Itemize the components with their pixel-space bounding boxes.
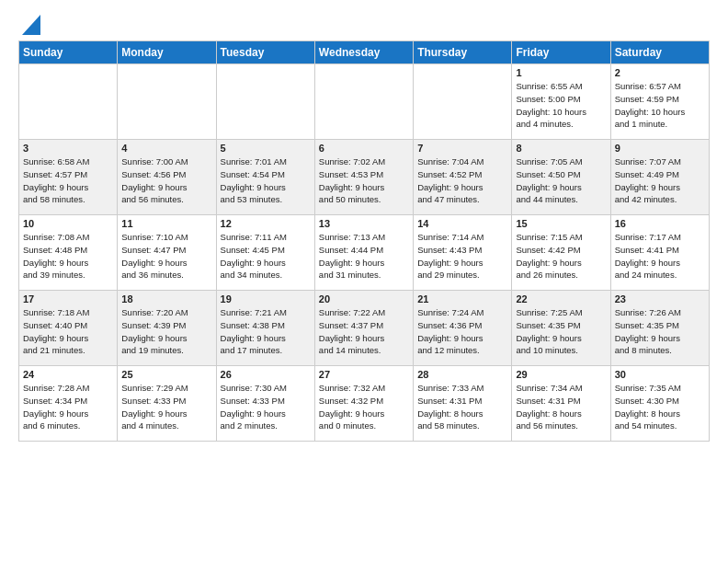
calendar-cell: 7Sunrise: 7:04 AM Sunset: 4:52 PM Daylig… xyxy=(414,140,512,215)
calendar-cell: 28Sunrise: 7:33 AM Sunset: 4:31 PM Dayli… xyxy=(414,366,512,442)
day-number: 27 xyxy=(319,369,409,380)
calendar-cell: 14Sunrise: 7:14 AM Sunset: 4:43 PM Dayli… xyxy=(414,215,512,291)
weekday-header-monday: Monday xyxy=(118,41,216,64)
day-number: 21 xyxy=(417,293,507,304)
calendar-cell xyxy=(19,64,118,140)
calendar-cell: 26Sunrise: 7:30 AM Sunset: 4:33 PM Dayli… xyxy=(216,366,314,442)
day-number: 10 xyxy=(23,218,113,229)
calendar-cell: 18Sunrise: 7:20 AM Sunset: 4:39 PM Dayli… xyxy=(118,291,216,366)
day-number: 24 xyxy=(23,369,113,380)
week-row-2: 3Sunrise: 6:58 AM Sunset: 4:57 PM Daylig… xyxy=(19,140,710,215)
calendar-cell: 19Sunrise: 7:21 AM Sunset: 4:38 PM Dayli… xyxy=(216,291,314,366)
day-info: Sunrise: 7:35 AM Sunset: 4:30 PM Dayligh… xyxy=(615,382,705,432)
day-info: Sunrise: 7:10 AM Sunset: 4:47 PM Dayligh… xyxy=(121,231,211,282)
day-info: Sunrise: 7:07 AM Sunset: 4:49 PM Dayligh… xyxy=(615,155,705,206)
day-number: 22 xyxy=(516,293,606,304)
day-number: 2 xyxy=(615,67,705,78)
header xyxy=(18,15,710,33)
day-info: Sunrise: 6:58 AM Sunset: 4:57 PM Dayligh… xyxy=(23,155,113,206)
calendar-cell: 30Sunrise: 7:35 AM Sunset: 4:30 PM Dayli… xyxy=(610,366,709,442)
day-info: Sunrise: 7:30 AM Sunset: 4:33 PM Dayligh… xyxy=(221,382,311,432)
day-number: 1 xyxy=(516,67,606,78)
day-number: 28 xyxy=(417,369,507,380)
day-number: 17 xyxy=(23,293,113,304)
week-row-4: 17Sunrise: 7:18 AM Sunset: 4:40 PM Dayli… xyxy=(19,291,710,366)
day-info: Sunrise: 7:00 AM Sunset: 4:56 PM Dayligh… xyxy=(121,155,211,206)
day-info: Sunrise: 7:18 AM Sunset: 4:40 PM Dayligh… xyxy=(23,306,113,357)
day-number: 9 xyxy=(615,143,705,154)
calendar-cell: 12Sunrise: 7:11 AM Sunset: 4:45 PM Dayli… xyxy=(216,215,314,291)
day-info: Sunrise: 7:29 AM Sunset: 4:33 PM Dayligh… xyxy=(121,382,211,432)
day-number: 14 xyxy=(417,218,507,229)
calendar-cell: 1Sunrise: 6:55 AM Sunset: 5:00 PM Daylig… xyxy=(512,64,610,140)
week-row-5: 24Sunrise: 7:28 AM Sunset: 4:34 PM Dayli… xyxy=(19,366,710,442)
calendar-cell xyxy=(314,64,413,140)
day-info: Sunrise: 7:26 AM Sunset: 4:35 PM Dayligh… xyxy=(615,306,705,357)
calendar-cell: 6Sunrise: 7:02 AM Sunset: 4:53 PM Daylig… xyxy=(314,140,413,215)
day-info: Sunrise: 7:32 AM Sunset: 4:32 PM Dayligh… xyxy=(319,382,409,432)
day-number: 11 xyxy=(121,218,211,229)
calendar-cell: 29Sunrise: 7:34 AM Sunset: 4:31 PM Dayli… xyxy=(512,366,610,442)
day-info: Sunrise: 7:11 AM Sunset: 4:45 PM Dayligh… xyxy=(221,231,311,282)
calendar-cell: 15Sunrise: 7:15 AM Sunset: 4:42 PM Dayli… xyxy=(512,215,610,291)
day-number: 5 xyxy=(221,143,311,154)
day-number: 4 xyxy=(121,143,211,154)
day-number: 16 xyxy=(615,218,705,229)
day-info: Sunrise: 7:34 AM Sunset: 4:31 PM Dayligh… xyxy=(516,382,606,432)
day-number: 25 xyxy=(121,369,211,380)
day-info: Sunrise: 7:13 AM Sunset: 4:44 PM Dayligh… xyxy=(319,231,409,282)
day-info: Sunrise: 7:15 AM Sunset: 4:42 PM Dayligh… xyxy=(516,231,606,282)
day-info: Sunrise: 7:20 AM Sunset: 4:39 PM Dayligh… xyxy=(121,306,211,357)
week-row-1: 1Sunrise: 6:55 AM Sunset: 5:00 PM Daylig… xyxy=(19,64,710,140)
day-info: Sunrise: 7:24 AM Sunset: 4:36 PM Dayligh… xyxy=(417,306,507,357)
day-number: 29 xyxy=(516,369,606,380)
calendar-cell: 17Sunrise: 7:18 AM Sunset: 4:40 PM Dayli… xyxy=(19,291,118,366)
day-info: Sunrise: 7:01 AM Sunset: 4:54 PM Dayligh… xyxy=(221,155,311,206)
weekday-header-sunday: Sunday xyxy=(19,41,118,64)
day-info: Sunrise: 7:25 AM Sunset: 4:35 PM Dayligh… xyxy=(516,306,606,357)
calendar-cell: 3Sunrise: 6:58 AM Sunset: 4:57 PM Daylig… xyxy=(19,140,118,215)
day-info: Sunrise: 7:22 AM Sunset: 4:37 PM Dayligh… xyxy=(319,306,409,357)
calendar-cell: 23Sunrise: 7:26 AM Sunset: 4:35 PM Dayli… xyxy=(610,291,709,366)
day-info: Sunrise: 7:33 AM Sunset: 4:31 PM Dayligh… xyxy=(417,382,507,432)
weekday-header-tuesday: Tuesday xyxy=(216,41,314,64)
weekday-header-thursday: Thursday xyxy=(414,41,512,64)
calendar-cell: 5Sunrise: 7:01 AM Sunset: 4:54 PM Daylig… xyxy=(216,140,314,215)
calendar-cell xyxy=(216,64,314,140)
day-number: 30 xyxy=(615,369,705,380)
logo xyxy=(18,15,40,33)
calendar-cell: 4Sunrise: 7:00 AM Sunset: 4:56 PM Daylig… xyxy=(118,140,216,215)
calendar-cell: 24Sunrise: 7:28 AM Sunset: 4:34 PM Dayli… xyxy=(19,366,118,442)
weekday-header-saturday: Saturday xyxy=(610,41,709,64)
day-number: 26 xyxy=(221,369,311,380)
calendar-cell: 21Sunrise: 7:24 AM Sunset: 4:36 PM Dayli… xyxy=(414,291,512,366)
day-number: 12 xyxy=(221,218,311,229)
calendar-cell xyxy=(118,64,216,140)
logo-triangle-icon xyxy=(22,15,40,35)
calendar-cell: 2Sunrise: 6:57 AM Sunset: 4:59 PM Daylig… xyxy=(610,64,709,140)
day-number: 18 xyxy=(121,293,211,304)
day-info: Sunrise: 7:08 AM Sunset: 4:48 PM Dayligh… xyxy=(23,231,113,282)
day-number: 19 xyxy=(221,293,311,304)
calendar-cell: 11Sunrise: 7:10 AM Sunset: 4:47 PM Dayli… xyxy=(118,215,216,291)
calendar-cell: 10Sunrise: 7:08 AM Sunset: 4:48 PM Dayli… xyxy=(19,215,118,291)
day-number: 13 xyxy=(319,218,409,229)
svg-marker-0 xyxy=(22,15,40,35)
weekday-header-friday: Friday xyxy=(512,41,610,64)
day-info: Sunrise: 7:14 AM Sunset: 4:43 PM Dayligh… xyxy=(417,231,507,282)
day-number: 23 xyxy=(615,293,705,304)
day-number: 15 xyxy=(516,218,606,229)
day-number: 8 xyxy=(516,143,606,154)
day-info: Sunrise: 7:17 AM Sunset: 4:41 PM Dayligh… xyxy=(615,231,705,282)
day-number: 20 xyxy=(319,293,409,304)
calendar-cell: 13Sunrise: 7:13 AM Sunset: 4:44 PM Dayli… xyxy=(314,215,413,291)
weekday-header-row: SundayMondayTuesdayWednesdayThursdayFrid… xyxy=(19,41,710,64)
day-info: Sunrise: 7:28 AM Sunset: 4:34 PM Dayligh… xyxy=(23,382,113,432)
day-info: Sunrise: 7:04 AM Sunset: 4:52 PM Dayligh… xyxy=(417,155,507,206)
day-number: 3 xyxy=(23,143,113,154)
day-number: 7 xyxy=(417,143,507,154)
day-info: Sunrise: 7:21 AM Sunset: 4:38 PM Dayligh… xyxy=(221,306,311,357)
day-info: Sunrise: 6:57 AM Sunset: 4:59 PM Dayligh… xyxy=(615,80,705,131)
day-info: Sunrise: 7:02 AM Sunset: 4:53 PM Dayligh… xyxy=(319,155,409,206)
calendar-cell: 9Sunrise: 7:07 AM Sunset: 4:49 PM Daylig… xyxy=(610,140,709,215)
